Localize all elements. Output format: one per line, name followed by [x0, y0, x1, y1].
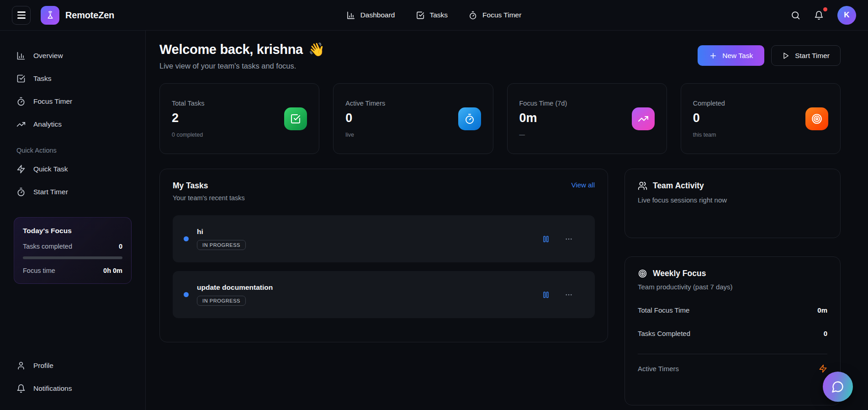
- stat-sub: this team: [693, 132, 725, 138]
- top-nav: Dashboard Tasks Focus Timer: [347, 11, 522, 20]
- focus-progress-bar: [23, 256, 122, 259]
- task-title: hi: [197, 228, 542, 236]
- topnav-tasks[interactable]: Tasks: [416, 11, 448, 20]
- trending-up-icon: [16, 120, 26, 129]
- view-all-link[interactable]: View all: [572, 181, 595, 189]
- task-title: update documentation: [197, 283, 542, 292]
- brand: RemoteZen: [41, 6, 114, 25]
- sidebar-item-analytics[interactable]: Analytics: [11, 113, 134, 136]
- task-status-badge: IN PROGRESS: [197, 296, 246, 306]
- sidebar-item-label: Focus Timer: [33, 97, 72, 106]
- hamburger-menu-button[interactable]: [12, 6, 31, 25]
- active-timers-label: Active Timers: [638, 365, 679, 373]
- focus-time-label: Focus time: [23, 267, 55, 274]
- weekly-focus-subtitle: Team productivity (past 7 days): [638, 283, 827, 291]
- task-status-dot: [184, 292, 189, 297]
- weekly-focus-title: Weekly Focus: [653, 269, 706, 278]
- divider: [638, 354, 827, 354]
- stat-card-focus-time: Focus Time (7d) 0m —: [507, 83, 667, 154]
- stat-value: 2: [172, 111, 204, 125]
- sidebar: Overview Tasks Focus Timer Analytics Qui…: [0, 31, 146, 410]
- new-task-label: New Task: [722, 52, 753, 60]
- welcome-block: Welcome back, krishna 👋 Live view of you…: [159, 42, 325, 70]
- stat-card-completed: Completed 0 this team: [681, 83, 841, 154]
- notifications-bell-icon[interactable]: [814, 11, 824, 20]
- task-list: hi IN PROGRESS: [173, 215, 595, 318]
- stat-value: 0m: [519, 111, 567, 125]
- task-status-dot: [184, 236, 189, 241]
- stat-value: 0: [693, 111, 725, 125]
- stat-sub: —: [519, 132, 567, 138]
- stat-label: Focus Time (7d): [519, 100, 567, 107]
- tasks-completed-label: Tasks completed: [23, 243, 72, 250]
- topnav-focus-timer[interactable]: Focus Timer: [469, 11, 521, 20]
- target-icon: [805, 107, 828, 130]
- my-tasks-subtitle: Your team's recent tasks: [173, 194, 245, 202]
- more-options-icon[interactable]: [565, 291, 573, 299]
- chat-bubble-icon[interactable]: [823, 372, 853, 402]
- page-subtitle: Live view of your team's tasks and focus…: [159, 62, 325, 70]
- sidebar-item-label: Tasks: [33, 75, 52, 83]
- timer-icon: [458, 107, 481, 130]
- target-icon: [638, 269, 647, 278]
- check-square-icon: [284, 107, 307, 130]
- my-tasks-title: My Tasks: [173, 181, 245, 191]
- check-square-icon: [416, 11, 424, 20]
- sidebar-item-profile[interactable]: Profile: [11, 354, 134, 377]
- quick-actions-heading: Quick Actions: [11, 136, 134, 158]
- app-logo-icon: [41, 6, 59, 25]
- timer-icon: [16, 187, 26, 197]
- play-icon: [782, 52, 789, 59]
- sidebar-item-label: Analytics: [33, 120, 62, 128]
- timer-icon: [16, 97, 26, 106]
- focus-time-value: 0h 0m: [103, 267, 122, 274]
- sidebar-item-overview[interactable]: Overview: [11, 44, 134, 67]
- topnav-dashboard[interactable]: Dashboard: [347, 11, 395, 20]
- pause-icon[interactable]: [542, 235, 550, 243]
- brand-name: RemoteZen: [65, 10, 114, 21]
- stat-card-total-tasks: Total Tasks 2 0 completed: [159, 83, 319, 154]
- bell-icon: [16, 384, 26, 393]
- search-icon[interactable]: [791, 11, 800, 20]
- sidebar-item-tasks[interactable]: Tasks: [11, 67, 134, 90]
- start-timer-label: Start Timer: [795, 52, 830, 60]
- bar-chart-icon: [16, 51, 26, 60]
- sidebar-item-label: Overview: [33, 52, 63, 60]
- more-options-icon[interactable]: [565, 235, 573, 243]
- task-row[interactable]: update documentation IN PROGRESS: [173, 271, 595, 318]
- total-focus-time-value: 0m: [817, 306, 827, 314]
- timer-icon: [469, 11, 477, 20]
- main-content: Welcome back, krishna 👋 Live view of you…: [146, 31, 868, 410]
- plus-icon: [709, 52, 717, 60]
- trending-up-icon: [632, 107, 655, 130]
- sidebar-item-label: Profile: [33, 362, 53, 370]
- zap-icon: [819, 364, 827, 373]
- stat-label: Total Tasks: [172, 100, 204, 107]
- tasks-completed-value: 0: [824, 330, 827, 337]
- topnav-focus-timer-label: Focus Timer: [482, 11, 521, 19]
- task-row[interactable]: hi IN PROGRESS: [173, 215, 595, 262]
- start-timer-button[interactable]: Start Timer: [771, 45, 841, 66]
- sidebar-item-notifications[interactable]: Notifications: [11, 377, 134, 400]
- stats-row: Total Tasks 2 0 completed Active Timers …: [159, 83, 841, 154]
- sidebar-item-focus-timer[interactable]: Focus Timer: [11, 90, 134, 113]
- tasks-completed-value: 0: [119, 243, 122, 250]
- user-avatar[interactable]: K: [837, 6, 856, 25]
- sidebar-item-quick-task[interactable]: Quick Task: [11, 158, 134, 181]
- app-root: RemoteZen Dashboard Tasks Focus Timer: [0, 0, 868, 410]
- tasks-completed-label: Tasks Completed: [638, 330, 690, 337]
- total-focus-time-label: Total Focus Time: [638, 306, 689, 314]
- pause-icon[interactable]: [542, 291, 550, 299]
- sidebar-item-start-timer[interactable]: Start Timer: [11, 181, 134, 203]
- wave-emoji: 👋: [308, 42, 325, 57]
- task-status-badge: IN PROGRESS: [197, 240, 246, 250]
- sidebar-item-label: Notifications: [33, 384, 72, 393]
- my-tasks-card: My Tasks Your team's recent tasks View a…: [159, 169, 608, 342]
- team-activity-title: Team Activity: [653, 181, 704, 191]
- weekly-focus-card: Weekly Focus Team productivity (past 7 d…: [625, 256, 841, 405]
- new-task-button[interactable]: New Task: [698, 45, 764, 66]
- welcome-text: Welcome back, krishna: [159, 42, 303, 57]
- users-icon: [638, 181, 647, 191]
- notification-dot: [823, 7, 827, 11]
- sidebar-item-label: Start Timer: [33, 188, 68, 196]
